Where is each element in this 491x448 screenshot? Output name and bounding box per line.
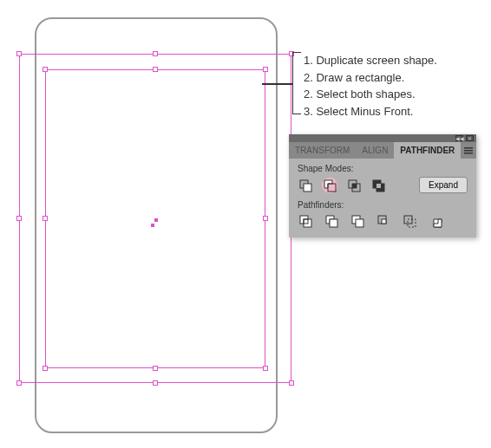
shape-modes-row: Expand [298, 177, 468, 193]
selection-handle[interactable] [289, 380, 294, 386]
selection-handle[interactable] [43, 366, 48, 371]
selection-handle[interactable] [263, 366, 268, 371]
svg-rect-11 [376, 184, 381, 188]
selection-handle[interactable] [16, 216, 22, 221]
outline-icon[interactable] [402, 213, 417, 229]
selection-handle[interactable] [153, 380, 158, 386]
tab-align[interactable]: ALIGN [356, 142, 394, 159]
intersect-icon[interactable] [346, 178, 362, 193]
selection-handle[interactable] [263, 216, 268, 221]
panel-collapse-icon[interactable]: ◀◀ [455, 135, 463, 141]
minus-back-icon[interactable] [428, 213, 443, 229]
selection-center-marker [154, 218, 158, 222]
selection-center-marker [151, 224, 154, 227]
crop-icon[interactable] [376, 213, 391, 229]
instruction-step: 2. Draw a rectangle. [304, 69, 437, 87]
svg-rect-8 [352, 184, 357, 188]
svg-rect-15 [330, 219, 337, 227]
divide-icon[interactable] [298, 213, 313, 229]
minus-front-icon[interactable] [322, 178, 337, 193]
expand-button[interactable]: Expand [419, 177, 468, 193]
pathfinders-row [298, 213, 468, 229]
svg-rect-2 [464, 153, 473, 154]
selection-handle[interactable] [153, 366, 158, 371]
selection-handle[interactable] [43, 67, 48, 72]
svg-rect-17 [356, 219, 363, 227]
instruction-step: 2. Select both shapes. [304, 86, 437, 103]
trim-icon[interactable] [324, 213, 339, 229]
selection-handle[interactable] [16, 51, 22, 56]
shape-modes-label: Shape Modes: [298, 164, 468, 173]
pathfinders-label: Pathfinders: [298, 200, 468, 210]
annotation-bracket-line [262, 83, 292, 85]
panel-menu-icon[interactable] [461, 142, 476, 159]
selection-handle[interactable] [43, 216, 48, 221]
selection-handle[interactable] [263, 67, 268, 72]
instruction-step: 1. Duplicate screen shape. [304, 52, 437, 69]
panel-body: Shape Modes: Expand Pathfinders: [289, 159, 476, 237]
merge-icon[interactable] [350, 213, 365, 229]
selection-handle[interactable] [16, 380, 22, 386]
panel-topbar: ◀◀ ✕ [289, 134, 476, 142]
svg-rect-19 [382, 219, 386, 224]
selection-handle[interactable] [153, 51, 158, 56]
annotation-bracket [292, 52, 301, 114]
pathfinder-panel: ◀◀ ✕ TRANSFORM ALIGN PATHFINDER Shape Mo… [289, 134, 476, 237]
panel-close-icon[interactable]: ✕ [466, 135, 474, 141]
svg-rect-4 [304, 184, 311, 192]
panel-tabs: TRANSFORM ALIGN PATHFINDER [289, 142, 476, 159]
tab-transform[interactable]: TRANSFORM [289, 142, 356, 159]
selection-handle[interactable] [153, 67, 158, 72]
exclude-icon[interactable] [370, 178, 386, 193]
instructions-list: 1. Duplicate screen shape. 2. Draw a rec… [304, 52, 437, 120]
svg-rect-0 [464, 147, 473, 149]
tab-pathfinder[interactable]: PATHFINDER [394, 142, 461, 159]
instruction-step: 3. Select Minus Front. [304, 103, 437, 120]
svg-rect-1 [464, 150, 473, 152]
unite-icon[interactable] [298, 178, 313, 193]
svg-rect-5 [328, 184, 336, 192]
